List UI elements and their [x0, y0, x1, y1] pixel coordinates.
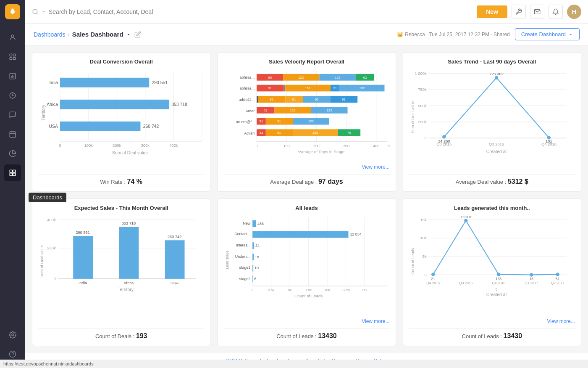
svg-text:0: 0 [424, 136, 426, 140]
sales-trend-svg: Sum of Deal value 1 000k 750k 500k 250k … [409, 69, 575, 165]
sidebar-item-settings[interactable] [4, 326, 21, 343]
svg-rect-2 [13, 54, 16, 56]
svg-text:122: 122 [299, 76, 304, 79]
svg-text:15k: 15k [362, 288, 368, 291]
app-logo[interactable] [5, 4, 20, 19]
svg-text:Average of Days in Stage: Average of Days in Stage [298, 149, 345, 154]
svg-text:31: 31 [260, 119, 263, 123]
leads-generated-view-more[interactable]: View more... [409, 318, 575, 324]
search-input[interactable] [49, 8, 158, 15]
expected-sales-svg: Sum of Deal value 400k 200k 0 290 551 [38, 215, 204, 307]
svg-point-125 [442, 135, 446, 138]
svg-rect-172 [253, 253, 254, 260]
svg-text:12 834: 12 834 [350, 232, 362, 236]
svg-rect-163 [253, 220, 257, 227]
svg-text:Interes...: Interes... [236, 243, 251, 247]
svg-text:122: 122 [327, 109, 332, 112]
sales-velocity-stat: Average Deal age : 97 days [223, 174, 389, 185]
expected-sales-card: Expected Sales - This Month Overall Sum … [32, 199, 210, 347]
sidebar-item-leads[interactable] [4, 48, 21, 65]
svg-text:Created at: Created at [486, 149, 507, 154]
tools-button[interactable] [512, 5, 526, 19]
breadcrumb-current[interactable]: Sales Dashboard [72, 31, 131, 38]
svg-rect-14 [10, 170, 12, 172]
status-bar: https://test.devopschennai.ninja/dashboa… [0, 360, 588, 368]
deal-conversion-svg: Territory 290 551 353 718 2 [38, 69, 204, 156]
svg-text:10k: 10k [420, 236, 426, 240]
sidebar-item-analytics[interactable] [4, 145, 21, 162]
sales-trend-title: Sales Trend - Last 90 days Overall [409, 58, 575, 65]
svg-rect-147 [165, 240, 185, 279]
svg-text:2.5k: 2.5k [268, 288, 275, 291]
sales-velocity-title: Sales Velocity Report Overall [223, 58, 389, 65]
all-leads-chart: Lead stage New 486 Contact. [223, 215, 389, 316]
svg-text:76: 76 [347, 131, 351, 135]
expected-sales-stat: Count of Deals : 193 [38, 328, 204, 340]
sidebar-item-deals[interactable] [4, 87, 21, 104]
breadcrumb-parent[interactable]: Dashboards [34, 31, 66, 38]
svg-text:Q3 2016: Q3 2016 [489, 142, 504, 146]
edit-icon[interactable] [134, 31, 141, 38]
svg-text:61: 61 [292, 98, 296, 101]
sidebar-item-reports[interactable] [4, 68, 21, 85]
svg-text:Under r...: Under r... [235, 254, 251, 258]
svg-text:400k: 400k [169, 143, 178, 148]
sidebar-item-contacts[interactable] [4, 29, 21, 46]
mail-button[interactable] [530, 5, 544, 19]
svg-rect-175 [253, 265, 254, 271]
svg-text:Count of Leads: Count of Leads [294, 293, 323, 298]
svg-text:153: 153 [305, 86, 311, 90]
dropdown-icon [126, 32, 131, 37]
svg-text:260 742: 260 742 [168, 235, 182, 239]
svg-text:135: 135 [496, 276, 501, 281]
svg-text:500: 500 [388, 144, 390, 148]
svg-text:90: 90 [268, 76, 272, 79]
svg-text:New: New [243, 221, 251, 225]
svg-text:Q4 2016: Q4 2016 [492, 281, 505, 285]
svg-text:152: 152 [360, 86, 365, 90]
svg-text:Count of Leads: Count of Leads [411, 248, 415, 275]
svg-text:123: 123 [335, 76, 341, 79]
user-info-icon: 👑 [397, 32, 403, 37]
user-info: 👑 Rebecca · Tue Jul 25, 2017 12:32 PM · … [397, 32, 510, 37]
svg-rect-3 [10, 58, 12, 60]
create-dashboard-button[interactable]: Create Dashboard [515, 28, 580, 40]
sales-velocity-view-more[interactable]: View more... [223, 164, 389, 170]
svg-text:Contact...: Contact... [235, 232, 251, 236]
svg-rect-34 [60, 122, 140, 131]
notifications-button[interactable] [549, 5, 563, 19]
sidebar-item-chat[interactable] [4, 106, 21, 123]
svg-text:500k: 500k [418, 104, 427, 108]
svg-text:18: 18 [255, 254, 259, 259]
svg-text:Sum of Deal value: Sum of Deal value [112, 151, 148, 155]
user-avatar[interactable]: H [567, 5, 581, 19]
svg-point-202 [556, 273, 559, 276]
svg-text:5k: 5k [288, 288, 291, 291]
svg-text:0: 0 [252, 288, 254, 291]
all-leads-view-more[interactable]: View more... [223, 318, 389, 324]
svg-text:Q4 2016: Q4 2016 [541, 142, 556, 146]
sales-velocity-svg: abhilas... 90 122 123 62 abhilas... 91 0 [223, 69, 389, 156]
svg-rect-17 [13, 173, 16, 176]
sidebar-item-dashboards[interactable] [4, 164, 21, 181]
svg-text:62: 62 [363, 76, 367, 79]
svg-point-18 [12, 334, 14, 336]
svg-point-200 [497, 273, 500, 276]
svg-text:Created at: Created at [486, 292, 507, 297]
svg-rect-145 [119, 227, 139, 279]
svg-rect-16 [10, 173, 12, 176]
svg-point-199 [464, 219, 467, 222]
new-button[interactable]: New [477, 5, 507, 18]
svg-text:Territory: Territory [41, 104, 46, 120]
svg-text:61: 61 [264, 109, 268, 112]
svg-text:100k: 100k [84, 143, 93, 148]
svg-text:abhilas...: abhilas... [240, 86, 255, 90]
search-dropdown-icon[interactable] [41, 9, 46, 14]
svg-text:122: 122 [308, 119, 314, 123]
all-leads-title: All leads [223, 205, 389, 211]
sidebar-item-calendar[interactable] [4, 126, 21, 143]
sales-trend-stat: Average Deal value : 5312 $ [409, 174, 575, 185]
svg-text:153: 153 [312, 131, 318, 135]
svg-text:200: 200 [313, 144, 320, 148]
svg-text:21: 21 [431, 276, 435, 281]
